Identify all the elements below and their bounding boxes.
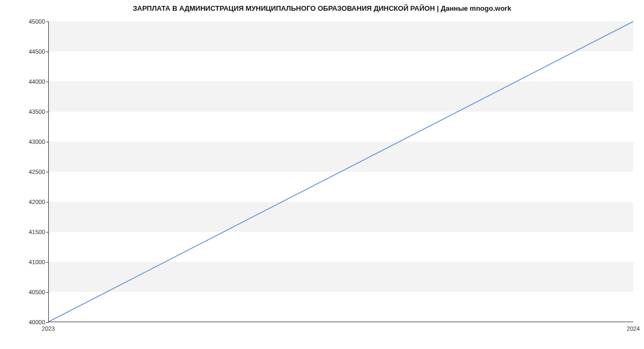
chart-container: ЗАРПЛАТА В АДМИНИСТРАЦИЯ МУНИЦИПАЛЬНОГО … bbox=[0, 0, 644, 349]
y-tick bbox=[46, 262, 49, 263]
y-tick-label: 42500 bbox=[2, 169, 45, 175]
y-tick-label: 44500 bbox=[2, 48, 45, 55]
y-tick-label: 40500 bbox=[2, 289, 45, 295]
y-tick-label: 44000 bbox=[2, 78, 45, 85]
chart-title: ЗАРПЛАТА В АДМИНИСТРАЦИЯ МУНИЦИПАЛЬНОГО … bbox=[0, 4, 644, 12]
series-line bbox=[49, 21, 633, 322]
x-tick-label: 2023 bbox=[42, 325, 55, 332]
y-tick-label: 45000 bbox=[2, 18, 45, 25]
y-tick bbox=[46, 292, 49, 293]
y-tick bbox=[46, 52, 49, 52]
y-tick bbox=[46, 322, 49, 323]
y-tick-label: 42000 bbox=[2, 199, 45, 205]
y-tick bbox=[46, 202, 49, 202]
y-tick-label: 41500 bbox=[2, 229, 45, 235]
plot-area bbox=[48, 21, 633, 322]
y-tick bbox=[46, 21, 49, 22]
y-tick-label: 41000 bbox=[2, 259, 45, 265]
y-tick bbox=[46, 172, 49, 172]
y-tick bbox=[46, 232, 49, 232]
y-tick bbox=[46, 112, 49, 112]
x-tick-label: 2024 bbox=[627, 325, 640, 332]
y-tick-label: 43000 bbox=[2, 139, 45, 145]
line-series bbox=[49, 21, 633, 322]
y-tick-label: 43500 bbox=[2, 108, 45, 115]
y-tick-label: 40000 bbox=[2, 319, 45, 325]
y-tick bbox=[46, 82, 49, 82]
y-tick bbox=[46, 142, 49, 142]
